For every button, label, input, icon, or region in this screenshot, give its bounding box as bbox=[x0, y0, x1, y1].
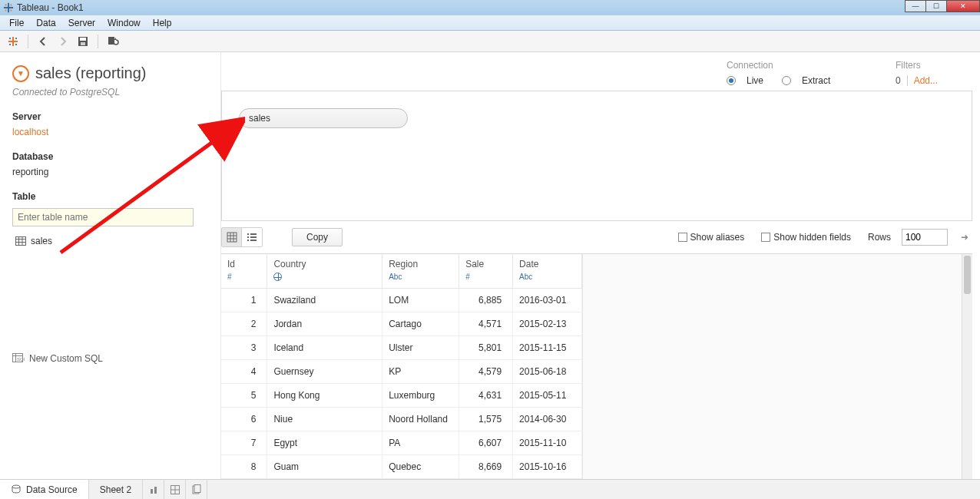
cell-id: 8 bbox=[221, 454, 267, 478]
right-panel: Connection Live Extract Filters 0 Add...… bbox=[220, 52, 980, 479]
rows-input[interactable] bbox=[902, 229, 948, 246]
cell-id: 2 bbox=[221, 312, 267, 335]
database-value: reporting bbox=[12, 167, 208, 177]
show-hidden-checkbox[interactable]: Show hidden fields bbox=[761, 232, 851, 243]
table-row[interactable]: 3IcelandUlster5,8012015-11-15 bbox=[221, 335, 582, 359]
join-canvas[interactable]: sales bbox=[221, 91, 972, 221]
refresh-button[interactable] bbox=[104, 33, 121, 50]
svg-rect-36 bbox=[250, 240, 257, 241]
svg-rect-1 bbox=[4, 7, 13, 8]
table-row[interactable]: 2JordanCartago4,5712015-02-13 bbox=[221, 312, 582, 335]
menu-server[interactable]: Server bbox=[62, 18, 101, 28]
table-row[interactable]: 1SwazilandLOM6,8852016-03-01 bbox=[221, 288, 582, 312]
svg-rect-26 bbox=[227, 233, 237, 242]
filters-label: Filters bbox=[896, 60, 921, 71]
save-button[interactable] bbox=[74, 33, 91, 50]
cell-sale: 6,607 bbox=[459, 431, 513, 454]
tab-data-source[interactable]: Data Source bbox=[0, 480, 89, 499]
cell-id: 6 bbox=[221, 407, 267, 431]
cell-date: 2016-03-01 bbox=[513, 288, 582, 312]
cell-country: Iceland bbox=[267, 335, 382, 359]
data-grid: Id# Country RegionAbc Sale# DateAbc 1Swa… bbox=[221, 254, 582, 479]
copy-button[interactable]: Copy bbox=[292, 228, 343, 246]
toolbar-separator bbox=[98, 35, 98, 48]
table-row[interactable]: 7EgyptPA6,6072015-11-10 bbox=[221, 431, 582, 454]
table-row[interactable]: 5Hong KongLuxemburg4,6312015-05-11 bbox=[221, 383, 582, 407]
menu-window[interactable]: Window bbox=[101, 18, 147, 28]
col-header-id[interactable]: Id# bbox=[221, 254, 267, 288]
svg-rect-2 bbox=[5, 5, 7, 6]
menu-help[interactable]: Help bbox=[147, 18, 178, 28]
bottom-tab-bar: Data Source Sheet 2 bbox=[0, 479, 980, 499]
datasource-tab-icon bbox=[11, 484, 22, 495]
menu-bar: File Data Server Window Help bbox=[0, 15, 980, 31]
cell-date: 2015-10-16 bbox=[513, 454, 582, 478]
tab-sheet[interactable]: Sheet 2 bbox=[89, 480, 143, 499]
filters-count: 0 bbox=[896, 75, 908, 86]
scrollbar-thumb[interactable] bbox=[964, 256, 971, 294]
canvas-table-pill[interactable]: sales bbox=[239, 108, 408, 128]
grid-view-button[interactable] bbox=[222, 228, 242, 246]
datasource-menu-icon[interactable]: ▼ bbox=[12, 65, 29, 82]
col-header-date[interactable]: DateAbc bbox=[513, 254, 582, 288]
cell-country: Guernsey bbox=[267, 359, 382, 383]
table-row[interactable]: 4GuernseyKP4,5792015-06-18 bbox=[221, 359, 582, 383]
cell-id: 5 bbox=[221, 383, 267, 407]
cell-id: 1 bbox=[221, 288, 267, 312]
new-worksheet-button[interactable] bbox=[143, 480, 164, 499]
tableau-logo-button[interactable] bbox=[5, 33, 22, 50]
server-value[interactable]: localhost bbox=[12, 127, 208, 137]
checkbox-icon bbox=[678, 233, 687, 242]
checkbox-icon bbox=[761, 233, 770, 242]
svg-rect-44 bbox=[194, 484, 200, 492]
col-header-country[interactable]: Country bbox=[267, 254, 382, 288]
close-button[interactable]: ✕ bbox=[946, 0, 980, 12]
table-row[interactable]: 8GuamQuebec8,6692015-10-16 bbox=[221, 454, 582, 478]
svg-rect-32 bbox=[247, 236, 249, 238]
cell-region: Quebec bbox=[382, 454, 459, 478]
svg-rect-4 bbox=[5, 10, 7, 12]
svg-rect-14 bbox=[81, 42, 85, 45]
maximize-button[interactable]: ☐ bbox=[925, 0, 947, 12]
table-row[interactable]: 6NiueNoord Holland1,5752014-06-30 bbox=[221, 407, 582, 431]
svg-rect-11 bbox=[15, 44, 17, 45]
col-header-region[interactable]: RegionAbc bbox=[382, 254, 459, 288]
datasource-title: sales (reporting) bbox=[35, 64, 147, 82]
list-icon bbox=[247, 232, 257, 243]
rows-go-button[interactable]: ➜ bbox=[957, 229, 972, 246]
connection-extract-radio[interactable] bbox=[782, 76, 791, 85]
data-grid-wrap: Id# Country RegionAbc Sale# DateAbc 1Swa… bbox=[221, 253, 972, 479]
cell-date: 2015-06-18 bbox=[513, 359, 582, 383]
cell-date: 2015-02-13 bbox=[513, 312, 582, 335]
table-item-sales[interactable]: sales bbox=[12, 234, 208, 248]
filters-add-link[interactable]: Add... bbox=[914, 75, 938, 86]
forward-button[interactable] bbox=[55, 33, 71, 50]
svg-rect-35 bbox=[250, 236, 257, 238]
new-story-button[interactable] bbox=[186, 480, 207, 499]
toolbar-separator bbox=[28, 35, 28, 48]
tab-sheet-label: Sheet 2 bbox=[100, 484, 131, 495]
minimize-button[interactable]: — bbox=[905, 0, 926, 12]
menu-file[interactable]: File bbox=[3, 18, 30, 28]
menu-data[interactable]: Data bbox=[30, 18, 61, 28]
svg-rect-16 bbox=[16, 237, 26, 246]
grid-scrollbar[interactable] bbox=[962, 254, 972, 479]
tab-data-source-label: Data Source bbox=[26, 484, 78, 495]
connection-filters-row: Connection Live Extract Filters 0 Add... bbox=[221, 52, 980, 91]
new-dashboard-button[interactable] bbox=[164, 480, 186, 499]
cell-sale: 4,579 bbox=[459, 359, 513, 383]
table-search-input[interactable] bbox=[12, 208, 194, 226]
svg-text:SQL: SQL bbox=[17, 357, 25, 362]
new-custom-sql[interactable]: SQL New Custom SQL bbox=[12, 353, 103, 364]
svg-rect-34 bbox=[250, 233, 257, 235]
cell-country: Niue bbox=[267, 407, 382, 431]
connection-label: Connection bbox=[727, 60, 849, 71]
col-header-sale[interactable]: Sale# bbox=[459, 254, 513, 288]
connection-live-radio[interactable] bbox=[727, 76, 736, 85]
list-view-button[interactable] bbox=[242, 228, 262, 246]
svg-rect-33 bbox=[247, 240, 249, 241]
back-button[interactable] bbox=[35, 33, 51, 50]
app-icon bbox=[3, 2, 14, 13]
show-aliases-checkbox[interactable]: Show aliases bbox=[678, 232, 745, 243]
grid-icon bbox=[227, 232, 237, 243]
